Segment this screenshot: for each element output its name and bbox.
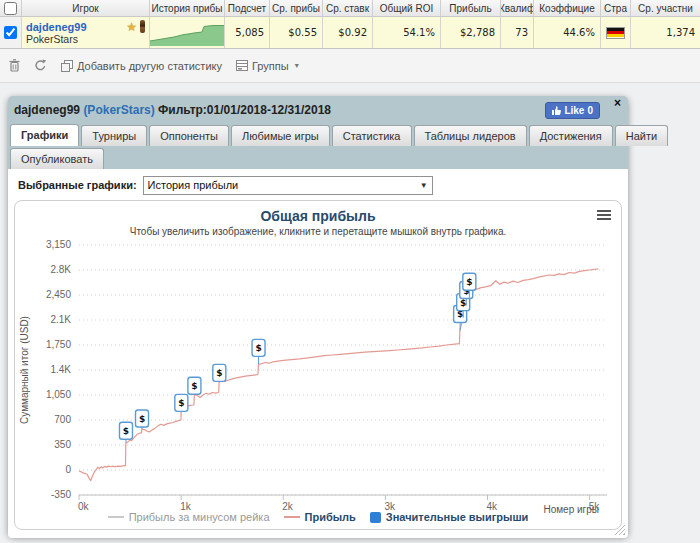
col-ability: Коэффицие	[534, 0, 601, 16]
panel-title-site[interactable]: (PokerStars)	[83, 103, 154, 117]
tab-favorite-games[interactable]: Любимые игры	[231, 125, 330, 146]
svg-text:2.1K: 2.1K	[50, 314, 71, 325]
col-profit-history: История прибы	[150, 0, 225, 16]
big-win-marker[interactable]: $	[136, 410, 149, 429]
panel-content: Выбранные графики: История прибыли ▼ Общ…	[8, 169, 628, 538]
svg-text:$: $	[139, 414, 145, 424]
sparkline-cell	[150, 17, 225, 48]
col-profit: Прибыль	[441, 0, 501, 16]
tab-find[interactable]: Найти	[615, 125, 668, 146]
svg-text:$: $	[178, 398, 184, 408]
gray-dash-icon	[108, 516, 124, 518]
like-count: 0	[587, 105, 593, 116]
export-menu-icon[interactable]	[597, 210, 611, 222]
stats-table-header: Игрок История прибы Подсчет Ср. прибы Ср…	[0, 0, 700, 17]
chart-legend: Прибыль за минусом рейка Прибыль Значите…	[15, 511, 621, 523]
groups-button[interactable]: Группы ▾	[236, 60, 299, 72]
close-icon[interactable]: ×	[614, 96, 621, 110]
profit-value: $2,788	[441, 17, 501, 48]
svg-text:2.8K: 2.8K	[50, 264, 71, 275]
blue-square-icon	[370, 512, 381, 523]
profit-chart[interactable]: Общая прибыль Чтобы увеличить изображени…	[14, 200, 622, 530]
svg-text:$: $	[255, 343, 261, 353]
svg-text:$: $	[466, 277, 472, 287]
like-label: Like	[564, 105, 584, 116]
tab-statistics[interactable]: Статистика	[332, 125, 412, 146]
groups-icon	[236, 60, 248, 71]
col-avg-profit: Ср. прибы	[270, 0, 323, 16]
legend-label-bigwins: Значительные выигрыши	[386, 511, 529, 523]
big-win-marker[interactable]: $	[213, 364, 226, 382]
y-axis-title: Суммарный итог (USD)	[19, 316, 30, 424]
profit-line	[79, 269, 598, 481]
refresh-button[interactable]	[34, 59, 47, 72]
big-win-marker[interactable]: $	[119, 422, 132, 443]
profit-chart-svg: 3,1502.8K2,4502.1K1,7501.4K1,0507003500-…	[17, 237, 621, 515]
svg-text:$: $	[216, 368, 222, 378]
big-win-marker[interactable]: $	[175, 394, 188, 411]
player-link[interactable]: dajdeneg99	[26, 21, 87, 33]
col-count: Подсчет	[225, 0, 270, 16]
chart-title: Общая прибыль	[15, 208, 621, 224]
svg-text:1,750: 1,750	[46, 339, 71, 350]
tab-achievements[interactable]: Достижения	[529, 125, 613, 146]
panel-header: dajdeneg99 (PokerStars) Фильтр:01/01/201…	[8, 96, 628, 124]
svg-text:0: 0	[65, 464, 71, 475]
tab-publish[interactable]: Опубликовать	[10, 148, 104, 169]
player-panel: dajdeneg99 (PokerStars) Фильтр:01/01/201…	[8, 96, 628, 536]
legend-label-profit: Прибыль	[305, 511, 356, 523]
svg-text:2,450: 2,450	[46, 289, 71, 300]
table-row: dajdeneg99 ★ PokerStars 5,085 $0.55 $0.9…	[0, 17, 700, 48]
col-avg-entrants: Ср. участни	[631, 0, 700, 16]
big-win-marker[interactable]: $	[252, 339, 265, 364]
select-all-cell	[0, 0, 22, 16]
panel-title: dajdeneg99 (PokerStars) Фильтр:01/01/201…	[14, 103, 331, 117]
legend-label-rake: Прибыль за минусом рейка	[129, 511, 270, 523]
tab-tournaments[interactable]: Турниры	[81, 125, 147, 146]
count-value: 5,085	[225, 17, 270, 48]
tabs: Графики Турниры Оппоненты Любимые игры С…	[8, 124, 628, 169]
stats-table: Игрок История прибы Подсчет Ср. прибы Ср…	[0, 0, 700, 49]
svg-text:-350: -350	[51, 489, 71, 500]
tab-opponents[interactable]: Оппоненты	[149, 125, 229, 146]
legend-item-rake[interactable]: Прибыль за минусом рейка	[108, 511, 270, 523]
avg-entrants-value: 1,374	[631, 17, 700, 48]
col-avg-stake: Ср. ставк	[323, 0, 373, 16]
germany-flag-icon	[606, 27, 625, 39]
legend-item-bigwins[interactable]: Значительные выигрыши	[370, 511, 529, 523]
profit-sparkline	[150, 20, 224, 46]
delete-button[interactable]	[9, 59, 20, 72]
country-cell	[601, 17, 631, 48]
graph-select-value: История прибыли	[148, 179, 239, 191]
add-statistic-icon	[61, 60, 73, 72]
row-checkbox[interactable]	[4, 26, 17, 39]
panel-title-filter: Фильтр:01/01/2018-12/31/2018	[158, 103, 331, 117]
like-button[interactable]: Like 0	[545, 102, 600, 119]
legend-item-profit[interactable]: Прибыль	[284, 511, 356, 523]
trash-icon	[9, 59, 20, 72]
big-win-marker[interactable]: $	[188, 377, 201, 394]
graph-select-label: Выбранные графики:	[18, 179, 137, 191]
thumb-up-icon	[552, 106, 561, 115]
row-select-cell	[0, 17, 22, 48]
groups-label: Группы	[252, 60, 289, 72]
svg-text:1.4K: 1.4K	[50, 364, 71, 375]
avg-stake-value: $0.92	[323, 17, 373, 48]
refresh-icon	[34, 59, 47, 72]
col-country: Стра	[601, 0, 631, 16]
graph-select[interactable]: История прибыли ▼	[143, 176, 433, 195]
svg-text:0k: 0k	[78, 501, 90, 512]
total-roi-value: 54.1%	[373, 17, 441, 48]
chart-subtitle: Чтобы увеличить изображение, кликните и …	[15, 226, 621, 237]
svg-text:350: 350	[54, 439, 71, 450]
add-statistic-button[interactable]: Добавить другую статистику	[61, 60, 222, 72]
svg-text:$: $	[191, 381, 197, 391]
tab-graphs[interactable]: Графики	[10, 124, 79, 146]
select-all-checkbox[interactable]	[4, 2, 17, 15]
x-axis-title: Номер игры	[543, 504, 599, 515]
select-arrow-icon: ▼	[420, 181, 428, 190]
player-cell: dajdeneg99 ★ PokerStars	[22, 17, 150, 48]
totem-icon	[140, 20, 145, 33]
col-total-roi: Общий ROI	[373, 0, 441, 16]
tab-leaderboards[interactable]: Таблицы лидеров	[414, 125, 527, 146]
